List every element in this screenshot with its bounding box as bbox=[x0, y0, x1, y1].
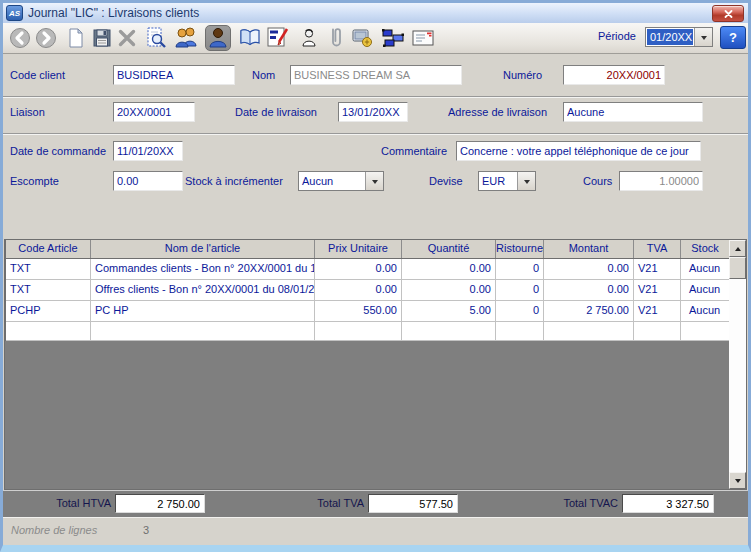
period-dropdown[interactable]: 01/20XX bbox=[645, 27, 713, 47]
cell-nom-article: Offres clients - Bon n° 20XX/0001 du 08/… bbox=[91, 280, 315, 300]
cell-montant: 2 750.00 bbox=[544, 301, 634, 321]
attachment-icon bbox=[327, 26, 345, 50]
nom-label: Nom bbox=[252, 65, 275, 85]
cell-code-article: TXT bbox=[6, 259, 91, 279]
lines-table: Code Article Nom de l'article Prix Unita… bbox=[4, 239, 747, 490]
email-button[interactable] bbox=[410, 25, 436, 51]
cell-prix-unitaire: 0.00 bbox=[315, 280, 402, 300]
clients-icon bbox=[173, 26, 199, 50]
payment-icon bbox=[351, 27, 375, 49]
column-header[interactable]: Montant bbox=[544, 240, 634, 258]
column-header[interactable]: Ristourne bbox=[496, 240, 544, 258]
table-row[interactable]: TXT Offres clients - Bon n° 20XX/0001 du… bbox=[6, 280, 730, 301]
total-htva-field bbox=[115, 494, 205, 513]
table-row[interactable]: TXT Commandes clients - Bon n° 20XX/0001… bbox=[6, 259, 730, 280]
total-tva-field bbox=[368, 494, 458, 513]
help-button[interactable]: ? bbox=[720, 26, 746, 49]
column-header[interactable]: TVA bbox=[634, 240, 681, 258]
section-divider bbox=[3, 96, 748, 98]
payment-button[interactable] bbox=[350, 25, 376, 51]
scroll-down-button[interactable] bbox=[729, 472, 746, 489]
scrollbar-thumb[interactable] bbox=[729, 257, 746, 279]
toolbar: Période 01/20XX ? bbox=[3, 23, 748, 54]
structure-button[interactable] bbox=[380, 25, 406, 51]
stock-incrementer-label: Stock à incrémenter bbox=[185, 171, 283, 191]
column-header[interactable]: Code Article bbox=[6, 240, 91, 258]
forward-icon bbox=[35, 27, 57, 49]
forward-button[interactable] bbox=[33, 25, 59, 51]
cell-stock: Aucun bbox=[681, 301, 730, 321]
total-htva-label: Total HTVA bbox=[23, 497, 111, 509]
total-tvac-field bbox=[622, 494, 714, 513]
clients-button[interactable] bbox=[173, 25, 199, 51]
devise-select[interactable]: EUR bbox=[478, 171, 536, 191]
liaison-field[interactable] bbox=[113, 102, 195, 122]
scroll-up-button[interactable] bbox=[729, 240, 746, 257]
column-header[interactable]: Prix Unitaire bbox=[315, 240, 402, 258]
stock-incrementer-value: Aucun bbox=[299, 172, 365, 190]
date-commande-label: Date de commande bbox=[10, 141, 106, 161]
application-window: AS Journal "LIC" : Livraisons clients Pé… bbox=[0, 0, 751, 552]
date-livraison-label: Date de livraison bbox=[235, 102, 317, 122]
adresse-livraison-label: Adresse de livraison bbox=[448, 102, 547, 122]
table-header-row: Code Article Nom de l'article Prix Unita… bbox=[6, 240, 730, 259]
chevron-down-icon bbox=[735, 479, 741, 486]
client-icon bbox=[206, 26, 230, 50]
cell-stock: Aucun bbox=[681, 280, 730, 300]
cell-code-article: PCHP bbox=[6, 301, 91, 321]
email-icon bbox=[411, 28, 435, 48]
liaison-label: Liaison bbox=[10, 102, 45, 122]
period-value: 01/20XX bbox=[647, 29, 693, 45]
client-button[interactable] bbox=[205, 25, 231, 51]
print-preview-button[interactable] bbox=[143, 25, 169, 51]
vertical-scrollbar[interactable] bbox=[729, 240, 746, 489]
period-label: Période bbox=[598, 30, 636, 42]
status-bar: Nombre de lignes 3 bbox=[3, 517, 748, 546]
cell-prix-unitaire: 550.00 bbox=[315, 301, 402, 321]
date-commande-field[interactable] bbox=[113, 141, 183, 161]
numero-field[interactable] bbox=[563, 65, 665, 85]
totals-bar: Total HTVA Total TVA Total TVAC bbox=[3, 490, 748, 517]
calendar-button[interactable] bbox=[265, 25, 291, 51]
back-icon bbox=[9, 27, 31, 49]
cours-field bbox=[619, 171, 703, 191]
devise-dropdown-button[interactable] bbox=[517, 172, 535, 190]
code-client-field[interactable] bbox=[113, 65, 235, 85]
new-document-button[interactable] bbox=[63, 25, 89, 51]
line-count-value: 3 bbox=[143, 524, 149, 536]
close-icon bbox=[724, 10, 733, 18]
date-livraison-field[interactable] bbox=[338, 102, 408, 122]
line-count-label: Nombre de lignes bbox=[11, 524, 97, 536]
attachment-button[interactable] bbox=[323, 25, 349, 51]
app-logo-icon: AS bbox=[6, 5, 23, 21]
contact-button[interactable] bbox=[296, 25, 322, 51]
chevron-down-icon bbox=[524, 180, 530, 187]
commentaire-label: Commentaire bbox=[381, 141, 447, 161]
lines-grid: Code Article Nom de l'article Prix Unita… bbox=[5, 240, 730, 341]
period-dropdown-button[interactable] bbox=[694, 28, 712, 46]
cell-quantite: 5.00 bbox=[402, 301, 496, 321]
cell-code-article: TXT bbox=[6, 280, 91, 300]
save-button[interactable] bbox=[89, 25, 115, 51]
cell-ristourne: 0 bbox=[496, 280, 544, 300]
cell-nom-article: PC HP bbox=[91, 301, 315, 321]
close-button[interactable] bbox=[712, 5, 744, 22]
empty-table-row[interactable] bbox=[6, 322, 730, 341]
scrollbar-track[interactable] bbox=[729, 279, 746, 472]
numero-label: Numéro bbox=[503, 65, 542, 85]
stock-incrementer-select[interactable]: Aucun bbox=[298, 171, 384, 191]
stock-dropdown-button[interactable] bbox=[365, 172, 383, 190]
cell-stock: Aucun bbox=[681, 259, 730, 279]
column-header[interactable]: Nom de l'article bbox=[91, 240, 315, 258]
back-button[interactable] bbox=[7, 25, 33, 51]
escompte-field[interactable] bbox=[113, 171, 183, 191]
cell-montant: 0.00 bbox=[544, 259, 634, 279]
table-row[interactable]: PCHP PC HP 550.00 5.00 0 2 750.00 V21 Au… bbox=[6, 301, 730, 322]
commentaire-field[interactable] bbox=[456, 141, 701, 161]
delete-button[interactable] bbox=[114, 25, 140, 51]
catalog-button[interactable] bbox=[237, 25, 263, 51]
cell-ristourne: 0 bbox=[496, 259, 544, 279]
adresse-livraison-field[interactable] bbox=[563, 102, 703, 122]
column-header[interactable]: Quantité bbox=[402, 240, 496, 258]
column-header[interactable]: Stock bbox=[681, 240, 730, 258]
